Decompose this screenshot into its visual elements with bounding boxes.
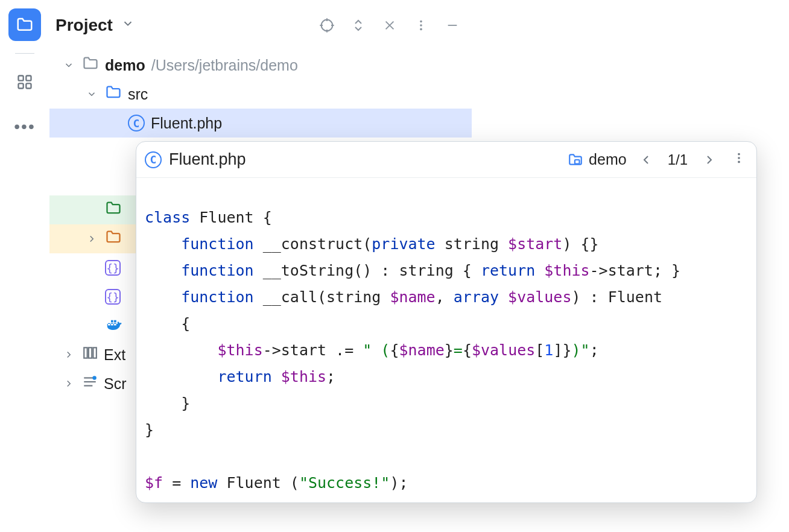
- svg-rect-0: [19, 76, 24, 81]
- prev-occurrence-button[interactable]: [634, 153, 658, 167]
- svg-point-24: [738, 157, 740, 159]
- occurrence-count: 1/1: [665, 151, 690, 168]
- chevron-right-icon[interactable]: [62, 349, 76, 360]
- scratch-icon: [82, 374, 98, 393]
- svg-rect-22: [575, 160, 580, 164]
- preview-popup: C Fluent.php demo 1/1 class Fluent { fun…: [136, 141, 757, 503]
- module-icon: [567, 151, 584, 168]
- tree-src-name: src: [128, 86, 148, 103]
- php-class-icon: C: [145, 151, 162, 168]
- tree-root[interactable]: demo /Users/jetbrains/demo: [49, 51, 472, 80]
- folder-icon: [16, 16, 34, 34]
- more-vertical-icon[interactable]: [729, 151, 746, 168]
- chevron-down-icon[interactable]: [121, 17, 135, 34]
- svg-point-25: [738, 160, 740, 163]
- svg-point-13: [420, 28, 422, 31]
- scratch-label: Scr: [104, 375, 127, 393]
- project-tool-button[interactable]: [8, 8, 41, 41]
- tree-file-fluent[interactable]: C Fluent.php: [49, 109, 472, 138]
- ext-label: Ext: [104, 346, 125, 364]
- tool-rail: •••: [0, 0, 49, 532]
- target-icon[interactable]: [314, 12, 340, 39]
- folder-icon: [105, 229, 122, 249]
- panel-title[interactable]: Project: [55, 16, 113, 35]
- preview-header: C Fluent.php demo 1/1: [136, 142, 756, 178]
- svg-rect-2: [19, 83, 24, 88]
- chevron-down-icon[interactable]: [62, 60, 76, 71]
- widgets-icon: [16, 74, 33, 90]
- minimize-icon[interactable]: [439, 12, 466, 39]
- tree-root-name: demo: [105, 57, 145, 74]
- next-occurrence-button[interactable]: [697, 153, 721, 167]
- folder-icon: [105, 200, 122, 220]
- svg-rect-15: [84, 347, 87, 358]
- panel-header: Project: [49, 0, 472, 51]
- more-tools-button[interactable]: •••: [8, 110, 41, 143]
- tree-file-name: Fluent.php: [151, 115, 222, 132]
- json-icon: {}: [105, 289, 121, 305]
- more-vertical-icon[interactable]: [408, 12, 434, 39]
- crumb-label: demo: [589, 151, 627, 168]
- library-icon: [82, 345, 98, 364]
- rail-separator: [15, 53, 34, 54]
- expand-collapse-icon[interactable]: [345, 12, 372, 39]
- close-panel-icon[interactable]: [376, 12, 403, 39]
- svg-rect-1: [26, 76, 31, 81]
- svg-point-4: [322, 20, 333, 31]
- preview-file-name: Fluent.php: [169, 150, 246, 169]
- svg-point-23: [738, 153, 740, 155]
- chevron-right-icon[interactable]: [62, 378, 76, 389]
- docker-icon: [105, 315, 123, 337]
- folder-icon: [82, 55, 99, 75]
- json-icon: {}: [105, 260, 121, 276]
- php-class-icon: C: [128, 115, 145, 131]
- preview-breadcrumb[interactable]: demo: [567, 151, 627, 168]
- svg-point-12: [420, 24, 422, 27]
- svg-rect-16: [89, 347, 92, 358]
- chevron-right-icon[interactable]: [84, 233, 99, 244]
- more-horizontal-icon: •••: [14, 117, 35, 136]
- svg-rect-17: [93, 347, 96, 358]
- chevron-down-icon[interactable]: [84, 89, 99, 100]
- tree-src[interactable]: src: [49, 80, 472, 109]
- svg-rect-3: [26, 83, 31, 88]
- widgets-tool-button[interactable]: [8, 66, 41, 98]
- tree-root-path: /Users/jetbrains/demo: [151, 57, 298, 74]
- svg-point-21: [92, 376, 97, 380]
- svg-point-11: [420, 21, 422, 23]
- code-preview[interactable]: class Fluent { function __construct(priv…: [136, 178, 756, 496]
- folder-icon: [105, 84, 122, 104]
